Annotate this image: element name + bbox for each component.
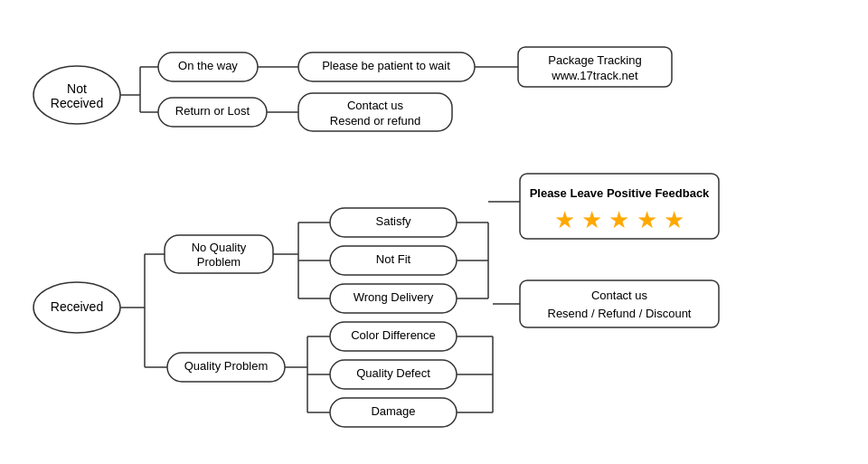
stars: ★ ★ ★ ★ ★: [554, 206, 684, 233]
no-quality-problem-line1: No Quality: [192, 241, 247, 254]
damage-label: Damage: [371, 404, 415, 418]
not-fit-label: Not Fit: [376, 252, 411, 266]
quality-defect-label: Quality Defect: [356, 366, 430, 380]
on-the-way-label: On the way: [178, 59, 238, 72]
quality-problem-label: Quality Problem: [184, 359, 268, 373]
contact-us-resend2-line2: Resend / Refund / Discount: [548, 307, 692, 320]
color-difference-label: Color Difference: [351, 328, 436, 342]
not-received-label: Not: [67, 81, 87, 96]
contact-us-resend-line1: Contact us: [347, 99, 404, 112]
contact-us-resend2-line1: Contact us: [591, 289, 648, 302]
contact-us-resend-line2: Resend or refund: [330, 114, 420, 128]
package-tracking-line2: www.17track.net: [551, 69, 638, 82]
please-leave-label: Please Leave Positive Feedback: [530, 186, 710, 200]
wrong-delivery-label: Wrong Delivery: [354, 290, 434, 304]
not-received-label2: Received: [51, 96, 103, 110]
return-or-lost-label: Return or Lost: [175, 104, 250, 118]
no-quality-problem-line2: Problem: [197, 255, 241, 269]
package-tracking-line1: Package Tracking: [548, 53, 641, 67]
please-be-patient-label: Please be patient to wait: [322, 59, 450, 72]
received-label: Received: [51, 299, 103, 314]
satisfy-label: Satisfy: [375, 214, 411, 228]
